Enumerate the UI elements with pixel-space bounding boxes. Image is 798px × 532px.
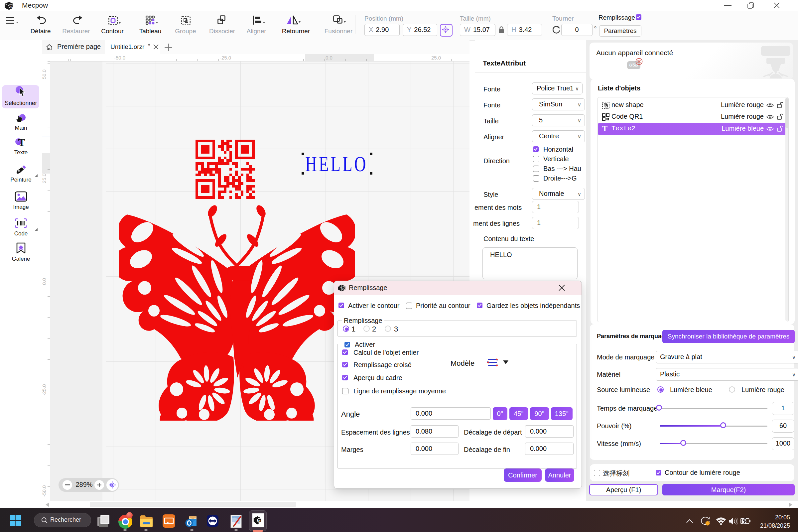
svg-text:T: T — [18, 137, 25, 147]
svg-text:m: m — [342, 287, 344, 290]
svg-text:m: m — [258, 519, 261, 522]
svg-text:m: m — [10, 5, 12, 8]
svg-text:,,: ,, — [167, 518, 170, 524]
